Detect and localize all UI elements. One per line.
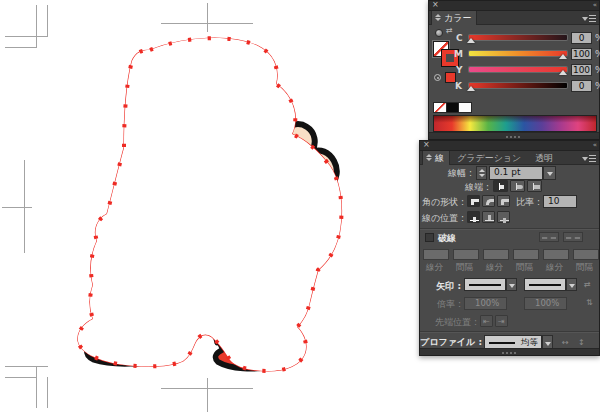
gap-field-3[interactable] — [573, 249, 599, 260]
arrow-label: 矢印 : — [420, 280, 461, 292]
cap-butt-button[interactable] — [493, 180, 508, 192]
value-c[interactable]: 0 — [571, 32, 592, 44]
gamut-warning-icon[interactable] — [434, 74, 441, 81]
color-panel: × « カラー ⇄ C 0 % M — [428, 0, 600, 140]
dash-preset-button-2[interactable] — [563, 232, 583, 242]
illustrator-workspace: 安 — [0, 0, 600, 413]
scale-end-field[interactable]: 100% — [524, 297, 567, 310]
value-k[interactable]: 0 — [571, 80, 592, 92]
panel-menu-icon[interactable] — [582, 14, 596, 23]
arrowhead-start-dropdown[interactable] — [506, 278, 517, 291]
divider — [420, 228, 599, 229]
profile-label: プロファイル : — [420, 336, 481, 348]
gap-field-2[interactable] — [513, 249, 539, 260]
channel-label-m: M — [454, 49, 463, 59]
stroke-panel: × « 線 グラデーション 透明 線幅 : 0.1 pt 線端 : — [419, 140, 600, 356]
color-panel-titlebar[interactable]: × « — [429, 1, 599, 11]
spectrum-bar[interactable] — [433, 115, 597, 132]
divider — [420, 331, 599, 332]
black-swatch[interactable] — [447, 103, 459, 112]
join-miter-button[interactable] — [467, 195, 480, 207]
dash-field-3[interactable] — [543, 249, 569, 260]
swap-arrowheads-icon[interactable]: ⇄ — [584, 280, 591, 290]
color-panel-tabstrip: カラー — [429, 11, 599, 25]
weight-stepper[interactable] — [476, 166, 487, 180]
arrowhead-start-combo[interactable] — [464, 278, 506, 291]
dash-field-1[interactable] — [423, 249, 449, 260]
flip-along-icon[interactable]: ↔ — [562, 338, 569, 348]
close-icon[interactable]: × — [432, 0, 439, 10]
scale-start-field[interactable]: 100% — [464, 297, 507, 310]
join-bevel-button[interactable] — [497, 195, 510, 207]
weight-dropdown-button[interactable] — [543, 166, 556, 180]
tab-color[interactable]: カラー — [431, 11, 477, 25]
dash-preset-button-1[interactable] — [539, 232, 559, 242]
tip-align-button-2[interactable]: ⇥ — [495, 315, 508, 327]
flip-across-icon[interactable]: ↕ — [578, 338, 585, 348]
align-center-button[interactable] — [467, 211, 480, 223]
dash-field-2[interactable] — [483, 249, 509, 260]
align-outside-button[interactable] — [497, 211, 510, 223]
align-label: 線の位置 : — [420, 212, 464, 224]
scale-label: 倍率 : — [420, 298, 461, 310]
tip-label: 先端位置 : — [420, 316, 477, 328]
color-panel-gripper[interactable] — [429, 132, 599, 139]
none-black-white-strip — [433, 102, 472, 113]
ratio-field[interactable]: 10 — [543, 195, 577, 208]
dashed-label: 破線 — [438, 232, 478, 244]
cap-label: 線端 : — [437, 181, 489, 193]
slider-c-thumb[interactable] — [467, 38, 475, 43]
cap-round-button[interactable] — [510, 180, 525, 192]
slider-m[interactable] — [469, 51, 567, 56]
arrowhead-end-combo[interactable] — [524, 278, 566, 291]
link-scale-icon[interactable]: ⇅ — [586, 298, 593, 308]
slider-k-thumb[interactable] — [467, 86, 475, 91]
slider-c[interactable] — [469, 35, 567, 40]
slider-y-thumb[interactable] — [559, 70, 567, 75]
channel-label-y: Y — [456, 65, 463, 75]
tip-align-button-1[interactable]: ⇤ — [480, 315, 493, 327]
stroke-panel-tabstrip: 線 グラデーション 透明 — [420, 151, 599, 165]
join-round-button[interactable] — [482, 195, 495, 207]
tab-gradient[interactable]: グラデーション — [452, 151, 526, 165]
white-swatch[interactable] — [459, 103, 471, 112]
collapse-icon[interactable]: « — [593, 140, 596, 150]
tab-stroke[interactable]: 線 — [422, 151, 450, 165]
align-inside-button[interactable] — [482, 211, 495, 223]
gap-field-1[interactable] — [453, 249, 479, 260]
slider-k[interactable] — [469, 83, 567, 88]
channel-label-k: K — [455, 81, 462, 91]
value-m[interactable]: 100 — [571, 48, 592, 60]
channel-label-c: C — [456, 33, 463, 43]
swap-fill-stroke-icon[interactable]: ⇄ — [446, 26, 453, 35]
weight-label: 線幅 : — [420, 167, 472, 179]
weight-combo[interactable]: 0.1 pt — [489, 166, 543, 180]
corner-label: 角の形状 : — [420, 196, 464, 208]
stroke-panel-titlebar[interactable]: × « — [420, 141, 599, 151]
tab-transparency[interactable]: 透明 — [530, 151, 558, 165]
collapse-icon[interactable]: « — [593, 0, 596, 10]
slider-y[interactable] — [469, 67, 567, 72]
close-icon[interactable]: × — [423, 140, 430, 150]
cut-path-selection[interactable] — [78, 38, 342, 371]
value-y[interactable]: 100 — [571, 64, 592, 76]
stroke-panel-gripper[interactable] — [420, 348, 599, 355]
web-color-ball-icon[interactable] — [435, 29, 443, 37]
slider-m-thumb[interactable] — [559, 54, 567, 59]
dash-fields — [423, 249, 598, 260]
dash-field-labels: 線分 間隔 線分 間隔 線分 間隔 — [423, 262, 598, 271]
panel-menu-icon[interactable] — [582, 154, 596, 163]
arrowhead-end-dropdown[interactable] — [566, 278, 577, 291]
ratio-label: 比率 : — [512, 196, 540, 208]
cap-projecting-button[interactable] — [527, 180, 542, 192]
dashed-checkbox[interactable] — [425, 233, 434, 242]
none-swatch[interactable] — [434, 103, 447, 112]
